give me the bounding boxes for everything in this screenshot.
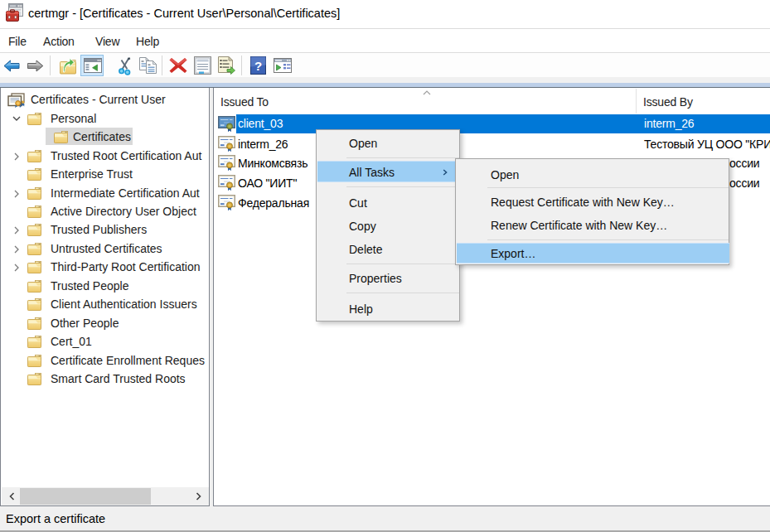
svg-text:?: ?	[254, 59, 262, 73]
